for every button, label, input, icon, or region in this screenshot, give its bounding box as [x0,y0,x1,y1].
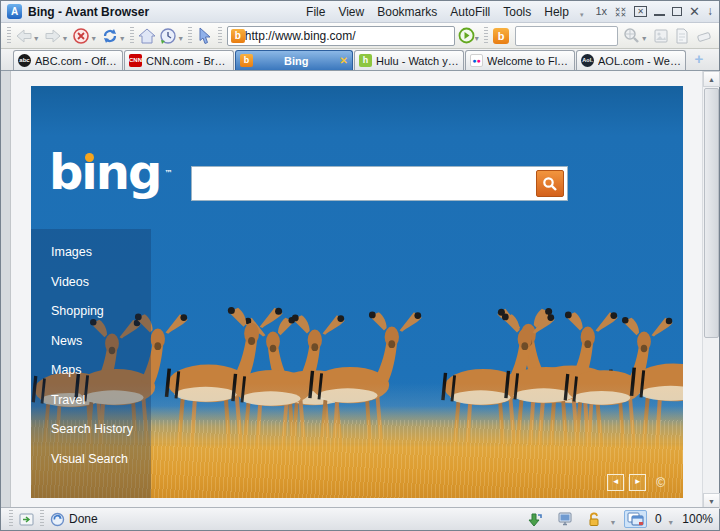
download-manager-button[interactable] [527,512,543,527]
navigation-toolbar: ▼ ▼ ▼ ▼ ▼ b ▼ b [1,23,719,49]
minimize-button[interactable] [654,8,665,16]
menu-view[interactable]: View [338,5,364,19]
bing-nav-travel[interactable]: Travel [31,386,151,416]
page-info-button[interactable] [671,25,693,47]
bing-nav-videos[interactable]: Videos [31,268,151,298]
loading-indicator [50,512,65,527]
bing-nav-maps[interactable]: Maps [31,356,151,386]
bing-search-input[interactable] [192,167,532,200]
forward-dropdown-icon[interactable]: ▼ [61,35,68,42]
home-button[interactable] [136,25,158,47]
refresh-button[interactable] [99,25,121,47]
toolbar-grip[interactable] [484,27,488,45]
photo-next-button[interactable]: ► [629,474,646,491]
stop-button[interactable] [70,25,92,47]
security-lock-button[interactable] [587,512,601,527]
cursor-arrow-icon [197,27,213,44]
bing-nav-shopping[interactable]: Shopping [31,297,151,327]
bing-homepage: bıng ™ Images Videos Shopping News Maps … [31,86,683,498]
toolbar-grip[interactable] [7,27,11,45]
menu-overflow-chevron-icon[interactable]: ▾ [580,11,584,19]
back-button[interactable] [13,25,35,47]
bing-logo: bıng ™ [49,148,160,196]
clean-button[interactable] [693,25,715,47]
tab-label: CNN.com - Breaki... [146,55,229,67]
bing-nav-news[interactable]: News [31,327,151,357]
mouse-gesture-button[interactable] [194,25,216,47]
tab-bing-active[interactable]: b Bing ✕ [235,50,353,70]
tab-close-icon[interactable]: ✕ [340,55,348,66]
photo-copyright[interactable]: © [656,476,665,490]
tab-cnn[interactable]: CNN CNN.com - Breaki... [124,50,234,70]
page-zoom-level[interactable]: 100% [682,512,713,526]
tab-abc[interactable]: abc ABC.com - Officia... [13,50,123,70]
tab-label: Bing [257,55,336,67]
menu-help[interactable]: Help [544,5,569,19]
search-globe-icon [623,27,640,44]
bing-nav-search-history[interactable]: Search History [31,415,151,445]
bing-nav-images[interactable]: Images [31,238,151,268]
forward-button[interactable] [42,25,64,47]
photo-prev-button[interactable]: ◄ [607,474,624,491]
aol-favicon: Aol. [581,54,594,67]
popup-blocker-button[interactable] [624,510,647,528]
collapse-button[interactable]: ↓ [707,6,713,17]
menu-bookmarks[interactable]: Bookmarks [377,5,437,19]
new-tab-button[interactable]: + [691,52,707,68]
statusbar-grip [9,510,13,528]
back-dropdown-icon[interactable]: ▼ [33,35,40,42]
network-status-button[interactable] [557,512,573,526]
tab-label: Hulu - Watch you... [376,55,459,67]
close-button[interactable]: ✕ [689,6,700,17]
tab-label: AOL.com - Welco... [598,55,681,67]
flickr-pink-dot: ● [477,57,481,64]
address-favicon-bing: b [231,29,245,43]
bing-logo-dot [85,153,94,162]
tab-hulu[interactable]: h Hulu - Watch you... [354,50,464,70]
history-button[interactable] [157,25,179,47]
menu-file[interactable]: File [306,5,325,19]
close-tab-box-icon[interactable]: ✕ [634,6,647,17]
tab-aol[interactable]: Aol. AOL.com - Welco... [576,50,686,70]
toolbar-grip[interactable] [188,27,192,45]
progress-circle-icon [50,512,65,527]
transfer-icon [527,512,543,527]
toolbar-grip[interactable] [218,27,222,45]
tab-label: ABC.com - Officia... [35,55,118,67]
history-dropdown-icon[interactable]: ▼ [177,35,184,42]
close-all-tabs-icon[interactable]: ✕✕✕✕ [614,7,627,17]
magnifier-icon [542,176,558,192]
quick-search-box [515,26,618,46]
zoom-1x-button[interactable]: 1x [595,6,607,17]
unlocked-padlock-icon [587,512,601,527]
browser-viewport: bıng ™ Images Videos Shopping News Maps … [1,71,719,509]
open-in-new-button[interactable] [19,513,34,526]
quick-search-input[interactable] [516,28,617,46]
menu-autofill[interactable]: AutoFill [450,5,490,19]
bing-search-engine-icon[interactable]: b [493,28,509,44]
scrollbar-thumb[interactable] [704,88,719,338]
side-panel-splitter[interactable] [1,71,11,509]
security-dropdown-icon[interactable]: ▼ [609,519,616,526]
maximize-button[interactable] [672,7,682,16]
vertical-scrollbar[interactable]: ▲ ▼ [702,71,719,509]
stop-dropdown-icon[interactable]: ▼ [90,35,97,42]
web-search-button[interactable] [621,25,643,47]
address-input[interactable] [245,29,451,43]
avant-app-icon: A [7,4,22,19]
title-bar: A Bing - Avant Browser File View Bookmar… [1,1,719,23]
zoom-dropdown-icon[interactable]: ▼ [667,519,674,526]
refresh-dropdown-icon[interactable]: ▼ [119,35,126,42]
toolbar-grip[interactable] [130,27,134,45]
bing-nav-visual-search[interactable]: Visual Search [31,445,151,475]
go-dropdown-icon[interactable]: ▼ [473,35,480,42]
search-dropdown-icon[interactable]: ▼ [641,35,648,42]
scroll-up-button[interactable]: ▲ [703,71,720,87]
address-bar: b [227,26,455,46]
tab-flickr[interactable]: ●● Welcome to Flickr... [465,50,575,70]
bing-logo-tm: ™ [164,150,172,198]
menu-tools[interactable]: Tools [503,5,531,19]
browser-window: A Bing - Avant Browser File View Bookmar… [0,0,720,531]
save-page-button[interactable] [650,25,672,47]
bing-search-button[interactable] [536,170,564,197]
